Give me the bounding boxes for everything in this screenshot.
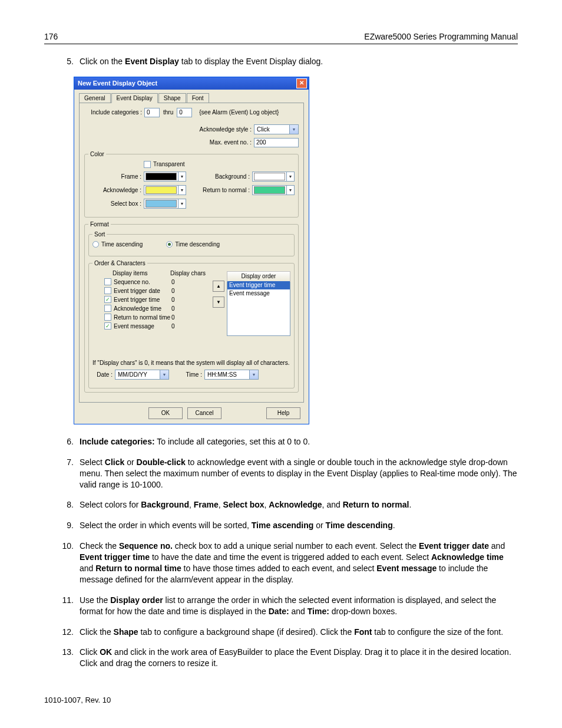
tab-event-display[interactable]: Event Display [111, 93, 158, 103]
time-ascending-radio[interactable] [92, 241, 99, 248]
frame-color-label: Frame : [88, 173, 144, 180]
step-num-11: 11. [50, 595, 80, 617]
tab-general[interactable]: General [79, 93, 111, 103]
list-item[interactable]: Event message [227, 289, 290, 298]
include-to-input[interactable] [177, 108, 192, 117]
date-label: Date : [92, 371, 115, 378]
doc-title: EZware5000 Series Programming Manual [364, 32, 518, 41]
table-row: ✓Event trigger time0 [92, 295, 210, 304]
step-8-text: Select colors for Background, Frame, Sel… [80, 499, 518, 510]
item-chars: 0 [171, 279, 189, 285]
move-down-button[interactable]: ▼ [213, 297, 224, 308]
ack-style-label: Acknowledge style : [200, 126, 254, 133]
step-5-text: Click on the Event Display tab to displa… [80, 56, 518, 67]
item-name: Event message [114, 323, 171, 330]
chevron-down-icon: ▼ [286, 186, 294, 195]
order-characters-group: Order & Characters Display items Display… [88, 260, 295, 388]
include-categories-label: Include categories : [84, 109, 144, 116]
step-11-text: Use the Display order list to arrange th… [80, 595, 518, 617]
display-order-list[interactable]: Display order Event trigger time Event m… [227, 271, 290, 336]
table-row: Acknowledge time0 [92, 304, 210, 313]
date-format-combo[interactable]: MM/DD/YY ▼ [115, 370, 169, 380]
time-descending-radio[interactable] [166, 241, 173, 248]
chevron-down-icon: ▼ [160, 370, 168, 379]
step-6-text: Include categories: To include all categ… [80, 436, 518, 447]
max-event-label: Max. event no. : [210, 139, 254, 146]
item-chars: 0 [171, 323, 189, 330]
item-name: Event trigger time [114, 297, 171, 303]
cancel-button[interactable]: Cancel [187, 407, 222, 419]
color-group: Color Transparent Frame : ▼ Background :… [84, 151, 299, 218]
step-10-text: Check the Sequence no. check box to add … [80, 541, 518, 585]
move-up-button[interactable]: ▲ [213, 281, 224, 292]
step-9-text: Select the order in which events will be… [80, 520, 518, 531]
item-checkbox[interactable] [104, 278, 111, 285]
step-13-text: Click OK and click in the work area of E… [80, 647, 518, 669]
item-checkbox[interactable]: ✓ [104, 296, 111, 303]
close-icon[interactable]: ✕ [296, 78, 307, 88]
help-button[interactable]: Help [266, 407, 300, 419]
step-num-9: 9. [50, 520, 80, 531]
item-name: Return to normal time [114, 314, 171, 321]
table-row: Sequence no.0 [92, 278, 210, 286]
transparent-label: Transparent [153, 161, 185, 167]
step-num-5: 5. [50, 56, 80, 67]
format-group: Format Sort Time ascending Time descendi… [84, 221, 299, 393]
selectbox-color-picker[interactable]: ▼ [144, 199, 186, 209]
footer-text: 1010-1007, Rev. 10 [44, 696, 111, 704]
event-display-dialog: New Event Display Object ✕ General Event… [74, 77, 309, 424]
page-number: 176 [44, 32, 58, 41]
display-items-header: Display items [113, 270, 170, 276]
tab-font[interactable]: Font [187, 93, 209, 103]
item-chars: 0 [171, 305, 189, 312]
step-12-text: Click the Shape tab to configure a backg… [80, 627, 518, 638]
chevron-down-icon: ▼ [249, 370, 258, 379]
chevron-down-icon: ▼ [178, 172, 186, 181]
item-chars: 0 [171, 297, 189, 303]
display-chars-header: Display chars [170, 270, 206, 276]
table-row: Return to normal time0 [92, 313, 210, 322]
acknowledge-color-label: Acknowledge : [88, 187, 144, 193]
chevron-down-icon: ▼ [178, 186, 186, 195]
chevron-down-icon: ▼ [286, 172, 294, 181]
list-item[interactable]: Event trigger time [227, 281, 290, 289]
header-rule [44, 44, 518, 44]
item-checkbox[interactable] [104, 314, 111, 321]
item-name: Acknowledge time [114, 305, 171, 312]
include-hint: {see Alarm (Event) Log object} [192, 109, 279, 116]
titlebar[interactable]: New Event Display Object ✕ [74, 77, 309, 90]
background-color-label: Background : [186, 173, 252, 180]
time-format-combo[interactable]: HH:MM:SS ▼ [204, 370, 259, 380]
thru-label: thru [160, 109, 177, 116]
step-num-13: 13. [50, 647, 80, 669]
selectbox-color-label: Select box : [88, 200, 144, 207]
chars-note: If "Display chars" is 0, it means that t… [92, 360, 290, 366]
display-order-header: Display order [227, 271, 290, 282]
step-7-text: Select Click or Double-click to acknowle… [80, 457, 518, 490]
item-checkbox[interactable] [104, 305, 111, 312]
return-color-label: Return to normal : [186, 187, 252, 193]
item-name: Sequence no. [114, 279, 171, 285]
dialog-title: New Event Display Object [78, 80, 296, 87]
table-row: ✓Event message0 [92, 322, 210, 331]
max-event-input[interactable] [254, 138, 299, 147]
tab-shape[interactable]: Shape [158, 93, 186, 103]
frame-color-picker[interactable]: ▼ [144, 172, 186, 182]
table-row: Event trigger date0 [92, 286, 210, 295]
time-label: Time : [169, 371, 204, 378]
include-from-input[interactable] [144, 108, 160, 117]
background-color-picker[interactable]: ▼ [252, 172, 295, 182]
sort-group: Sort Time ascending Time descending [88, 231, 295, 256]
item-checkbox[interactable]: ✓ [104, 322, 111, 330]
chevron-down-icon: ▼ [178, 199, 186, 208]
acknowledge-color-picker[interactable]: ▼ [144, 185, 186, 195]
return-color-picker[interactable]: ▼ [252, 185, 295, 195]
step-num-8: 8. [50, 499, 80, 510]
ack-style-combo[interactable]: Click ▼ [254, 124, 299, 134]
transparent-checkbox[interactable] [144, 161, 151, 168]
item-checkbox[interactable] [104, 287, 111, 294]
ok-button[interactable]: OK [148, 407, 183, 419]
chevron-down-icon: ▼ [289, 125, 298, 134]
step-num-7: 7. [50, 457, 80, 490]
step-num-10: 10. [50, 541, 80, 585]
